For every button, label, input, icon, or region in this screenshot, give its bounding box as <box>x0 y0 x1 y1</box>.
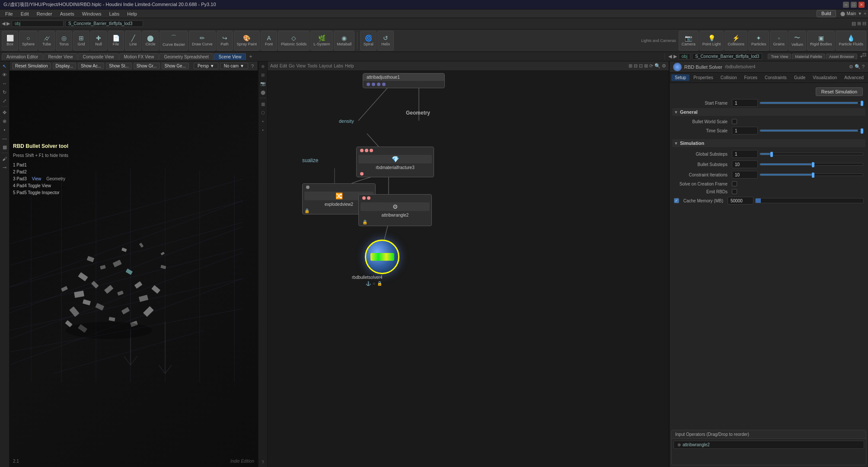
handle-btn[interactable]: ✥ <box>1 109 9 116</box>
ne-labs-btn[interactable]: Labs <box>334 64 343 68</box>
bullet-substeps-slider[interactable] <box>760 163 864 166</box>
bullet-world-scale-checkbox[interactable] <box>732 119 737 124</box>
vr-render-btn[interactable]: ⬤ <box>259 88 267 96</box>
constraint-iterations-slider[interactable] <box>760 173 864 176</box>
prop-tab-setup[interactable]: Setup <box>671 74 689 81</box>
prop-tab-constraints[interactable]: Constraints <box>761 74 790 81</box>
view-tool-btn[interactable]: 👁 <box>1 71 9 79</box>
ne-help-btn[interactable]: Help <box>345 64 354 68</box>
tab-render-view[interactable]: Render View <box>43 53 77 60</box>
sculpt-btn[interactable]: ⊸ <box>1 163 9 171</box>
viewport-canvas[interactable]: RBD Bullet Solver tool Press Shift + F1 … <box>10 71 258 467</box>
shelf-point-light[interactable]: 💡Point Light <box>699 31 724 51</box>
ne-path-obj[interactable]: obj <box>679 53 690 60</box>
shelf-grains[interactable]: ◦Grains <box>770 31 788 51</box>
vr-solid-btn[interactable]: ▪ <box>259 126 267 134</box>
cam-settings-select[interactable]: No cam ▼ <box>220 63 248 69</box>
display-btn[interactable]: Display... <box>53 63 76 69</box>
prop-pin-icon[interactable]: ⚙ <box>849 64 853 70</box>
faces-btn[interactable]: ▦ <box>1 143 9 151</box>
prop-tab-visualization[interactable]: Visualization <box>809 74 840 81</box>
prop-tab-properties[interactable]: Properties <box>690 74 717 81</box>
tab-scene-view[interactable]: Scene View <box>214 53 246 60</box>
cache-memory-checkbox[interactable]: ✓ <box>674 198 679 203</box>
ne-edit-btn[interactable]: Edit <box>280 64 287 68</box>
minimize-button[interactable]: ─ <box>843 2 849 8</box>
shelf-platonic[interactable]: ◇Platonic Solids <box>278 31 310 51</box>
shelf-particles[interactable]: ✦Particles <box>748 31 769 51</box>
bullet-substeps-value[interactable]: 10 <box>732 160 758 168</box>
camera-select[interactable]: Persp ▼ <box>194 63 218 69</box>
tab-motion-fx-view[interactable]: Motion FX View <box>119 53 159 60</box>
close-button[interactable]: ✕ <box>858 2 865 8</box>
simulation-section-header[interactable]: ▼ Simulation <box>672 139 865 147</box>
input-op-attribwrangle2[interactable]: ⊕ attribwrangle2 <box>673 441 864 449</box>
vr-display-btn[interactable]: ▦ <box>259 100 267 108</box>
shelf-helix[interactable]: ↺Helix <box>377 31 394 51</box>
ne-tab-tree-view[interactable]: Tree View <box>768 54 791 59</box>
menu-file[interactable]: File <box>2 10 16 17</box>
shelf-vellum[interactable]: 〜Vellum <box>788 31 806 51</box>
tab-geometry-spreadsheet[interactable]: Geometry Spreadsheet <box>159 53 213 60</box>
nav-forward[interactable]: ▶ <box>6 21 10 26</box>
vr-camera-btn[interactable]: 📷 <box>259 80 267 87</box>
show-ge-btn[interactable]: Show Ge... <box>162 63 189 69</box>
pose-btn[interactable]: ⊕ <box>1 117 9 125</box>
ne-nav-back[interactable]: ◀ <box>668 54 672 59</box>
menu-labs[interactable]: Labs <box>105 10 123 17</box>
reset-simulation-button[interactable]: Reset Simulation <box>816 87 863 96</box>
time-scale-value[interactable]: 1 <box>732 127 758 134</box>
shelf-draw-curve[interactable]: ✏Draw Curve <box>189 31 216 51</box>
reset-sim-btn[interactable]: Reset Simulation <box>12 63 51 69</box>
start-frame-value[interactable]: 1 <box>732 99 758 107</box>
prop-tab-collision[interactable]: Collision <box>717 74 740 81</box>
node-rbdmaterialfracture3[interactable]: 💎 rbdmaterialfracture3 <box>356 147 434 177</box>
ne-tools-btn[interactable]: Tools <box>307 64 317 68</box>
vr-question-btn[interactable]: ? <box>259 458 267 466</box>
edges-btn[interactable]: — <box>1 134 9 142</box>
node-editor-canvas[interactable]: attribadjusthoue1 density Geometry <box>268 71 669 467</box>
rotate-btn[interactable]: ↻ <box>1 88 9 96</box>
constraint-iterations-handle[interactable] <box>812 173 814 178</box>
ne-view-btn[interactable]: View <box>296 64 306 68</box>
global-substeps-value[interactable]: 1 <box>732 150 758 158</box>
current-node-path[interactable]: obj <box>12 20 64 27</box>
constraint-iterations-value[interactable]: 10 <box>732 171 758 179</box>
shelf-circle[interactable]: ⬤Circle <box>142 31 159 51</box>
prop-help-icon[interactable]: ? <box>862 64 865 70</box>
ne-nav-forward[interactable]: ▶ <box>673 54 677 59</box>
prop-tab-guide[interactable]: Guide <box>791 74 809 81</box>
shelf-path[interactable]: ↪Path <box>217 31 233 51</box>
node-rbdbulletsolver4[interactable]: rbdbulletsolver4 ⚓ ○ 🔒 <box>365 240 399 274</box>
view-btn-1[interactable]: ▤ <box>852 21 856 26</box>
show-ac-btn[interactable]: Show Ac... <box>78 63 104 69</box>
vr-flat-btn[interactable]: ▪ <box>259 117 267 125</box>
current-node-name[interactable]: S_Concrete_Barrier_tlirffpfa_lod3 <box>65 20 143 27</box>
shelf-box[interactable]: ⬜Box <box>2 31 18 51</box>
shelf-particle-fluids[interactable]: 💧Particle Fluids <box>836 31 866 51</box>
prop-tab-advanced[interactable]: Advanced <box>841 74 867 81</box>
node-attribadjusthoue1[interactable]: attribadjusthoue1 <box>363 73 445 88</box>
tab-animation-editor[interactable]: Animation Editor <box>2 53 43 60</box>
view-btn-3[interactable]: ⊟ <box>862 21 866 26</box>
shelf-sphere[interactable]: ○Sphere <box>19 31 38 51</box>
start-frame-slider[interactable] <box>760 102 864 104</box>
view-btn-2[interactable]: ⊞ <box>857 21 861 26</box>
shelf-grid[interactable]: ⊞Grid <box>73 31 89 51</box>
add-tab-button[interactable]: + <box>247 54 254 60</box>
global-substeps-slider[interactable] <box>760 153 864 155</box>
general-section-header[interactable]: ▼ General <box>672 108 865 116</box>
show-gr-btn[interactable]: Show Gr... <box>134 63 160 69</box>
solve-creation-frame-checkbox[interactable] <box>732 181 737 186</box>
menu-edit[interactable]: Edit <box>17 10 32 17</box>
tab-composite-view[interactable]: Composite View <box>78 53 118 60</box>
build-button[interactable]: Build <box>817 10 836 17</box>
menu-render[interactable]: Render <box>33 10 56 17</box>
global-substeps-handle[interactable] <box>770 152 773 157</box>
points-btn[interactable]: • <box>1 126 9 134</box>
show-st-btn[interactable]: Show St... <box>106 63 132 69</box>
prop-tab-forces[interactable]: Forces <box>741 74 761 81</box>
shelf-camera[interactable]: 📷Camera <box>679 31 699 51</box>
ne-layout-btn[interactable]: Layout <box>319 64 332 68</box>
shelf-tube[interactable]: ⌭Tube <box>38 31 55 51</box>
